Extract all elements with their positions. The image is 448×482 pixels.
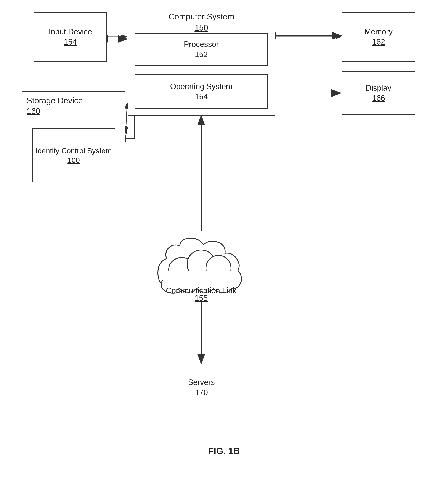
operating-system-number: 154: [195, 92, 208, 101]
processor-label: Processor: [184, 40, 219, 49]
svg-line-7: [126, 115, 134, 138]
svg-line-10: [126, 84, 128, 138]
svg-line-16: [126, 93, 128, 130]
memory-label: Memory: [364, 27, 393, 36]
memory-box: Memory 162: [342, 12, 415, 62]
input-device-number: 164: [64, 37, 77, 47]
identity-control-label: Identity Control System: [36, 146, 112, 155]
svg-text:155: 155: [195, 294, 208, 303]
computer-system-box: Computer System 150 Processor 152 Operat…: [128, 9, 275, 116]
servers-box: Servers 170: [128, 364, 275, 411]
identity-control-box: Identity Control System 100: [32, 128, 115, 183]
operating-system-label: Operating System: [170, 82, 232, 91]
display-number: 166: [372, 94, 385, 103]
display-label: Display: [366, 83, 391, 93]
computer-system-label: Computer System: [168, 12, 234, 22]
display-box: Display 166: [342, 72, 415, 115]
figure-label: FIG. 1B: [208, 446, 240, 460]
diagram: Computer System (bidirectional) --> Memo…: [0, 0, 448, 482]
storage-device-label: Storage Device: [27, 96, 83, 106]
memory-number: 162: [372, 37, 385, 47]
processor-number: 152: [195, 50, 208, 59]
processor-box: Processor 152: [135, 33, 268, 65]
servers-label: Servers: [188, 378, 215, 387]
communication-link-cloud: Communication Link 155: [145, 227, 257, 305]
input-device-label: Input Device: [49, 27, 92, 36]
svg-line-6: [126, 103, 127, 128]
servers-number: 170: [195, 388, 208, 397]
storage-device-number: 160: [27, 107, 40, 116]
operating-system-box: Operating System 154: [135, 74, 268, 109]
identity-control-number: 100: [68, 156, 80, 164]
svg-rect-29: [163, 271, 235, 288]
input-device-box: Input Device 164: [33, 12, 107, 62]
storage-device-box: Storage Device 160 Identity Control Syst…: [22, 91, 126, 188]
computer-system-number: 150: [195, 23, 208, 32]
